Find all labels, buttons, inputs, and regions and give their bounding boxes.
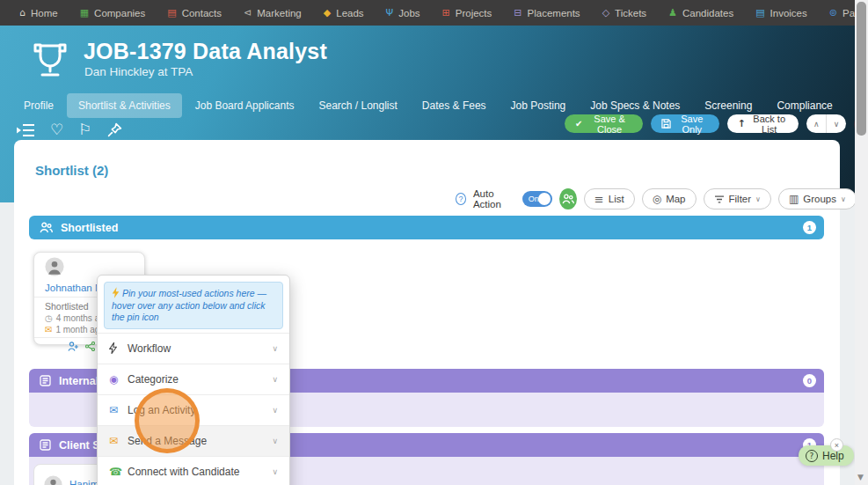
auto-action-help-icon[interactable]: ? — [456, 193, 466, 205]
filter-button[interactable]: Filter ∨ — [704, 188, 771, 209]
list-icon: ≡ — [594, 194, 604, 205]
tickets-icon: ◇ — [602, 8, 609, 18]
home-icon: ⌂ — [19, 8, 26, 18]
chevron-down-icon: ∨ — [272, 344, 278, 353]
nav-item-companies[interactable]: ▦Companies — [80, 8, 146, 18]
nav-label-home: Home — [31, 8, 58, 18]
contacts-icon: ▤ — [167, 8, 176, 18]
marketing-icon: ⊲ — [244, 8, 252, 18]
companies-icon: ▦ — [80, 8, 89, 18]
scrollbar-thumb[interactable] — [857, 2, 866, 136]
nav-label-leads: Leads — [336, 8, 363, 18]
next-record-button[interactable]: ∨ — [827, 114, 846, 133]
pinned-actions-icon[interactable] — [16, 123, 35, 137]
section-count-badge: 0 — [803, 374, 816, 387]
menu-label: Connect with Candidate — [128, 466, 272, 478]
nav-item-marketing[interactable]: ⊲Marketing — [244, 8, 302, 18]
chevron-down-icon: ∨ — [841, 195, 846, 203]
pin-tip: Pin your most-used actions here — hover … — [104, 282, 283, 329]
nav-item-projects[interactable]: ⊞Projects — [442, 8, 492, 18]
nav-label-projects: Projects — [456, 8, 492, 18]
save-only-button[interactable]: Save Only — [651, 114, 719, 133]
leads-icon: ◆ — [324, 8, 331, 18]
help-label: Help — [822, 450, 844, 462]
nav-item-candidates[interactable]: ♟Candidates — [668, 8, 733, 18]
floppy-icon — [661, 119, 671, 129]
save-close-label: Save & Close — [587, 114, 631, 135]
save-close-button[interactable]: ✔ Save & Close — [565, 114, 643, 133]
nav-item-contacts[interactable]: ▤Contacts — [167, 8, 222, 18]
nav-label-candidates: Candidates — [682, 8, 733, 18]
jobs-icon: Ψ — [386, 8, 394, 18]
send-message-icon: ✉ — [109, 436, 128, 446]
header-action-buttons: ✔ Save & Close Save Only ↑ Back to List … — [565, 114, 868, 133]
page-title: JOB-1379 Data Analyst — [84, 39, 327, 64]
help-button[interactable]: ? Help — [799, 445, 854, 466]
nav-item-leads[interactable]: ◆Leads — [324, 8, 364, 18]
arrow-up-icon: ↑ — [738, 119, 746, 129]
shortlist-heading: Shortlist (2) — [35, 163, 108, 178]
tab-job-board-applicants[interactable]: Job Board Applicants — [184, 93, 306, 118]
list-controls: ? Auto Action On ≡ List ◎ Map Filter ∨ ▥… — [456, 188, 868, 209]
top-navigation: ⌂Home ▦Companies ▤Contacts ⊲Marketing ◆L… — [0, 0, 868, 26]
share-icon[interactable] — [85, 342, 95, 351]
pin-icon[interactable] — [107, 122, 122, 137]
record-navigator: ∧ ∨ — [806, 114, 846, 133]
auto-action-label: Auto Action — [473, 188, 515, 209]
document-icon — [40, 375, 51, 386]
menu-label: Categorize — [128, 373, 272, 386]
toggle-knob — [538, 193, 551, 205]
page-scrollbar[interactable]: ▼ — [855, 0, 868, 485]
nav-label-contacts: Contacts — [182, 8, 222, 18]
map-label: Map — [666, 194, 685, 204]
nav-label-jobs: Jobs — [398, 8, 419, 18]
tab-dates-fees[interactable]: Dates & Fees — [411, 93, 498, 118]
nav-item-tickets[interactable]: ◇Tickets — [602, 8, 646, 18]
add-person-icon[interactable] — [68, 342, 78, 351]
question-icon: ? — [806, 450, 818, 462]
log-activity-icon: ✉ — [109, 405, 128, 415]
section-title: Shortlisted — [61, 222, 118, 234]
tab-shortlist-activities[interactable]: Shortlist & Activities — [67, 93, 182, 118]
section-shortlisted[interactable]: Shortlisted 1 — [29, 216, 824, 239]
quick-actions: ♡ ⚐ — [16, 122, 122, 137]
toggle-state-label: On — [529, 195, 539, 203]
section-count-badge: 1 — [803, 221, 816, 234]
menu-item-categorize[interactable]: ◉ Categorize ∨ — [98, 364, 289, 394]
previous-record-button[interactable]: ∧ — [806, 114, 827, 133]
list-view-button[interactable]: ≡ List — [584, 188, 635, 209]
people-icon — [40, 222, 53, 233]
candidates-view-button[interactable] — [559, 188, 577, 209]
nav-label-marketing: Marketing — [257, 8, 302, 18]
nav-item-jobs[interactable]: ΨJobs — [386, 8, 420, 18]
clock-icon: ◷ — [45, 314, 53, 323]
menu-item-workflow[interactable]: Workflow ∨ — [98, 333, 289, 364]
check-icon: ✔ — [575, 120, 582, 129]
save-only-label: Save Only — [675, 114, 709, 135]
list-label: List — [609, 194, 624, 204]
nav-item-invoices[interactable]: ▤Invoices — [755, 8, 807, 18]
trophy-icon — [30, 40, 70, 82]
scrollbar-down-arrow[interactable]: ▼ — [857, 473, 864, 481]
help-close-button[interactable]: × — [830, 438, 843, 452]
heart-icon[interactable]: ♡ — [50, 122, 63, 137]
groups-label: Groups — [803, 194, 836, 204]
tab-profile[interactable]: Profile — [12, 93, 65, 118]
menu-item-connect-candidate[interactable]: ☎ Connect with Candidate ∨ — [98, 456, 289, 485]
categorize-icon: ◉ — [109, 374, 128, 385]
groups-button[interactable]: ▥ Groups ∨ — [778, 188, 857, 209]
section-title: Internal — [59, 375, 98, 387]
nav-item-home[interactable]: ⌂Home — [19, 8, 58, 18]
back-to-list-button[interactable]: ↑ Back to List — [727, 114, 799, 133]
filter-label: Filter — [729, 194, 752, 204]
nav-item-placements[interactable]: ⊟Placements — [514, 8, 580, 18]
click-highlight — [135, 388, 200, 453]
auto-action-toggle[interactable]: On — [522, 191, 552, 207]
menu-label: Workflow — [128, 342, 272, 355]
map-view-button[interactable]: ◎ Map — [642, 188, 697, 209]
phone-icon: ☎ — [109, 467, 128, 477]
document-icon — [40, 439, 51, 451]
flag-icon[interactable]: ⚐ — [78, 122, 91, 137]
nav-label-invoices: Invoices — [770, 8, 807, 18]
tab-search-longlist[interactable]: Search / Longlist — [307, 93, 408, 118]
